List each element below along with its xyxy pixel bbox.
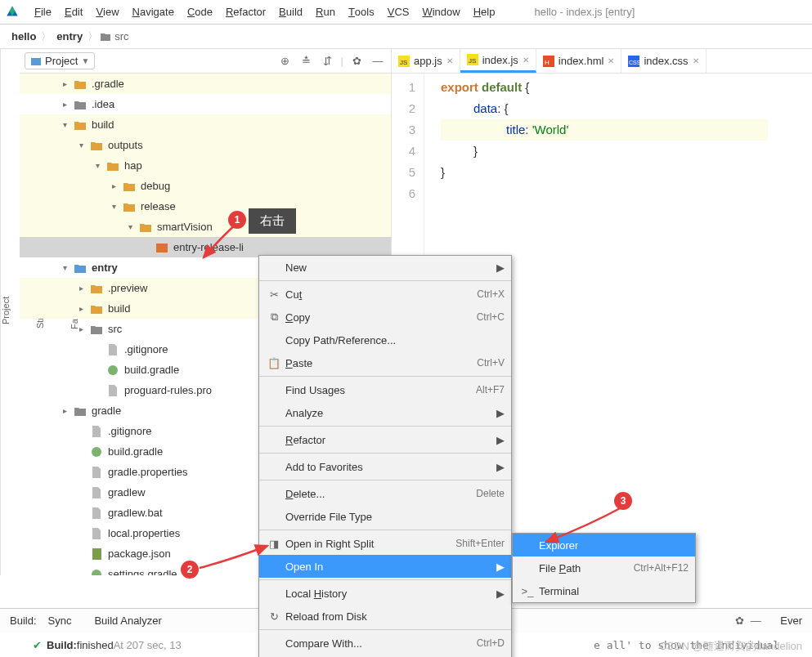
menu-item[interactable]: ⧉CopyCtrl+C xyxy=(259,306,511,328)
menu-help[interactable]: Help xyxy=(467,0,502,24)
close-icon[interactable]: ✕ xyxy=(693,56,699,65)
menu-item[interactable]: ✂CutCtrl+X xyxy=(259,283,511,306)
menu-navigate[interactable]: Navigate xyxy=(126,0,181,24)
tree-row[interactable]: ▾release xyxy=(20,196,391,217)
watermark: CSDN @随遇而安的dandelion xyxy=(659,639,802,654)
tab-index.css[interactable]: CSSindex.css✕ xyxy=(621,49,706,73)
collapse-icon[interactable]: ⇵ xyxy=(320,53,336,69)
close-icon[interactable]: ✕ xyxy=(608,56,614,65)
menu-item[interactable]: Explorer xyxy=(513,534,695,556)
expand-icon[interactable]: ≛ xyxy=(298,53,315,69)
tab-index.hml[interactable]: Hindex.hml✕ xyxy=(536,49,622,73)
crumb-project[interactable]: hello xyxy=(8,30,39,42)
crumb-module[interactable]: entry xyxy=(53,30,86,42)
app-logo-icon xyxy=(5,5,20,20)
menu-run[interactable]: Run xyxy=(309,0,342,24)
submenu-open-in[interactable]: ExplorerFile PathCtrl+Alt+F12>_Terminal xyxy=(512,533,696,603)
menu-item[interactable]: >_Terminal xyxy=(513,579,695,602)
menu-item[interactable]: Delete...Delete xyxy=(259,482,511,505)
menu-item[interactable]: ◨Open in Right SplitShift+Enter xyxy=(259,532,511,555)
svg-point-5 xyxy=(92,570,101,576)
menu-code[interactable]: Code xyxy=(181,0,219,24)
svg-text:JS: JS xyxy=(400,59,407,66)
project-view-selector[interactable]: Project ▼ xyxy=(25,52,95,69)
build-settings-icon[interactable]: ✿ xyxy=(731,613,747,629)
svg-point-3 xyxy=(92,447,101,457)
annotation-badge-1: 1 xyxy=(228,211,246,229)
menu-item[interactable]: New▶ xyxy=(259,256,511,279)
menu-item[interactable]: File PathCtrl+Alt+F12 xyxy=(513,556,695,579)
breadcrumb: hello 〉 entry 〉 src xyxy=(0,25,812,49)
svg-point-2 xyxy=(108,365,118,375)
build-label: Build: xyxy=(10,615,37,627)
svg-rect-0 xyxy=(31,58,41,65)
status-build: Build: xyxy=(47,639,77,651)
menu-item[interactable]: Local History▶ xyxy=(259,582,511,605)
settings-icon[interactable]: ✿ xyxy=(348,53,365,69)
menu-item[interactable]: Find UsagesAlt+F7 xyxy=(259,378,511,401)
menu-item[interactable]: Open In▶ xyxy=(259,555,511,578)
menu-item[interactable]: 📋PasteCtrl+V xyxy=(259,351,511,374)
window-title: hello - index.js [entry] xyxy=(534,6,635,18)
menu-item[interactable]: Copy Path/Reference... xyxy=(259,328,511,351)
menu-view[interactable]: View xyxy=(89,0,125,24)
tab-app.js[interactable]: JSapp.js✕ xyxy=(392,49,460,73)
menu-item[interactable]: ↻Reload from Disk xyxy=(259,605,511,628)
editor-tabs: JSapp.js✕JSindex.js✕Hindex.hml✕CSSindex.… xyxy=(392,49,812,74)
close-icon[interactable]: ✕ xyxy=(446,56,453,65)
svg-text:CSS: CSS xyxy=(629,60,639,65)
minimize-icon[interactable]: — xyxy=(370,53,386,69)
left-sidestrip: Project Structure Favorites xyxy=(0,49,20,575)
tree-row[interactable]: ▸.gradle xyxy=(20,74,391,94)
menu-window[interactable]: Window xyxy=(415,0,466,24)
menubar: FileEditViewNavigateCodeRefactorBuildRun… xyxy=(0,0,812,25)
locate-icon[interactable]: ⊕ xyxy=(277,53,294,69)
tree-row[interactable]: ▾smartVision xyxy=(20,217,391,237)
menu-item[interactable]: Analyze▶ xyxy=(259,401,511,424)
menu-tools[interactable]: Tools xyxy=(342,0,381,24)
check-icon: ✔ xyxy=(33,639,42,651)
tree-row[interactable]: ▸debug xyxy=(20,176,391,196)
menu-item[interactable]: Add to Favorites▶ xyxy=(259,455,511,478)
build-analyzer[interactable]: Build Analyzer xyxy=(83,615,173,627)
close-icon[interactable]: ✕ xyxy=(523,56,529,65)
menu-build[interactable]: Build xyxy=(272,0,309,24)
build-minimize-icon[interactable]: — xyxy=(747,613,764,629)
svg-rect-1 xyxy=(156,244,168,253)
menu-vcs[interactable]: VCS xyxy=(381,0,416,24)
svg-text:JS: JS xyxy=(469,57,476,65)
context-menu[interactable]: New▶✂CutCtrl+X⧉CopyCtrl+CCopy Path/Refer… xyxy=(258,255,512,657)
build-extra: Ever xyxy=(780,615,802,627)
tree-row[interactable]: ▾build xyxy=(20,114,391,135)
menu-refactor[interactable]: Refactor xyxy=(219,0,272,24)
menu-item[interactable]: Compare With...Ctrl+D xyxy=(259,632,511,655)
svg-text:H: H xyxy=(545,59,550,66)
menu-item[interactable]: Override File Type xyxy=(259,505,511,528)
menu-edit[interactable]: Edit xyxy=(58,0,89,24)
tab-index.js[interactable]: JSindex.js✕ xyxy=(460,49,536,73)
annotation-tooltip: 右击 xyxy=(249,208,296,234)
sidestrip-project[interactable]: Project xyxy=(1,290,11,331)
crumb-folder[interactable]: src xyxy=(111,30,132,42)
tree-row[interactable]: ▾outputs xyxy=(20,135,391,155)
menu-item[interactable]: Refactor▶ xyxy=(259,428,511,451)
tree-row[interactable]: ▾hap xyxy=(20,155,391,176)
build-sync[interactable]: Sync xyxy=(37,615,83,627)
annotation-badge-2: 2 xyxy=(181,561,199,579)
tree-row[interactable]: ▸.idea xyxy=(20,94,391,114)
folder-icon xyxy=(100,31,111,42)
annotation-badge-3: 3 xyxy=(614,492,632,510)
svg-rect-4 xyxy=(92,548,101,560)
menu-file[interactable]: File xyxy=(28,0,58,24)
